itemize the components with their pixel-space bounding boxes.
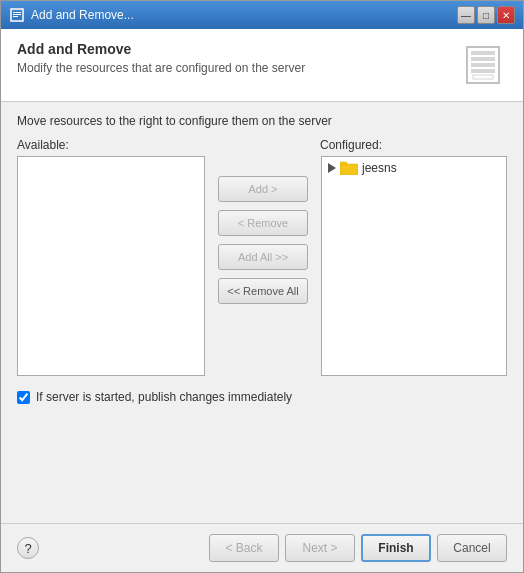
- svg-rect-5: [471, 51, 495, 55]
- window-icon: [9, 7, 25, 23]
- window-title: Add and Remove...: [31, 8, 134, 22]
- header-title: Add and Remove: [17, 41, 305, 57]
- svg-rect-6: [471, 57, 495, 61]
- cancel-button[interactable]: Cancel: [437, 534, 507, 562]
- available-panel[interactable]: [17, 156, 205, 376]
- publish-checkbox-row: If server is started, publish changes im…: [17, 390, 507, 404]
- publish-checkbox-label: If server is started, publish changes im…: [36, 390, 292, 404]
- header-section: Add and Remove Modify the resources that…: [1, 29, 523, 102]
- minimize-button[interactable]: —: [457, 6, 475, 24]
- expand-icon: [328, 163, 336, 173]
- svg-rect-1: [13, 12, 21, 13]
- title-bar: Add and Remove... — □ ✕: [1, 1, 523, 29]
- footer: ? < Back Next > Finish Cancel: [1, 523, 523, 572]
- remove-all-button[interactable]: << Remove All: [218, 278, 308, 304]
- svg-rect-9: [473, 75, 493, 79]
- main-content: Move resources to the right to configure…: [1, 102, 523, 523]
- footer-buttons: < Back Next > Finish Cancel: [209, 534, 507, 562]
- title-bar-controls: — □ ✕: [457, 6, 515, 24]
- configured-label: Configured:: [320, 138, 507, 152]
- configured-panel-container: jeesns: [321, 156, 507, 376]
- back-button[interactable]: < Back: [209, 534, 279, 562]
- svg-rect-3: [13, 16, 18, 17]
- finish-button[interactable]: Finish: [361, 534, 431, 562]
- add-all-button[interactable]: Add All >>: [218, 244, 308, 270]
- close-button[interactable]: ✕: [497, 6, 515, 24]
- header-text: Add and Remove Modify the resources that…: [17, 41, 305, 75]
- available-label: Available:: [17, 138, 204, 152]
- publish-checkbox[interactable]: [17, 391, 30, 404]
- configured-panel[interactable]: jeesns: [321, 156, 507, 376]
- remove-button[interactable]: < Remove: [218, 210, 308, 236]
- svg-rect-11: [340, 162, 347, 165]
- title-bar-left: Add and Remove...: [9, 7, 134, 23]
- help-button[interactable]: ?: [17, 537, 39, 559]
- action-buttons: Add > < Remove Add All >> << Remove All: [213, 156, 313, 304]
- window: Add and Remove... — □ ✕ Add and Remove M…: [0, 0, 524, 573]
- svg-rect-7: [471, 63, 495, 67]
- add-button[interactable]: Add >: [218, 176, 308, 202]
- instruction-text: Move resources to the right to configure…: [17, 114, 507, 128]
- svg-rect-2: [13, 14, 21, 15]
- svg-rect-10: [340, 164, 358, 175]
- panels-row: Add > < Remove Add All >> << Remove All …: [17, 156, 507, 376]
- header-subtitle: Modify the resources that are configured…: [17, 61, 305, 75]
- footer-left: ?: [17, 537, 39, 559]
- svg-rect-8: [471, 69, 495, 73]
- maximize-button[interactable]: □: [477, 6, 495, 24]
- header-icon: [459, 41, 507, 89]
- configured-item: jeesns: [322, 157, 506, 179]
- next-button[interactable]: Next >: [285, 534, 355, 562]
- configured-item-label: jeesns: [362, 161, 397, 175]
- folder-icon: [340, 161, 358, 175]
